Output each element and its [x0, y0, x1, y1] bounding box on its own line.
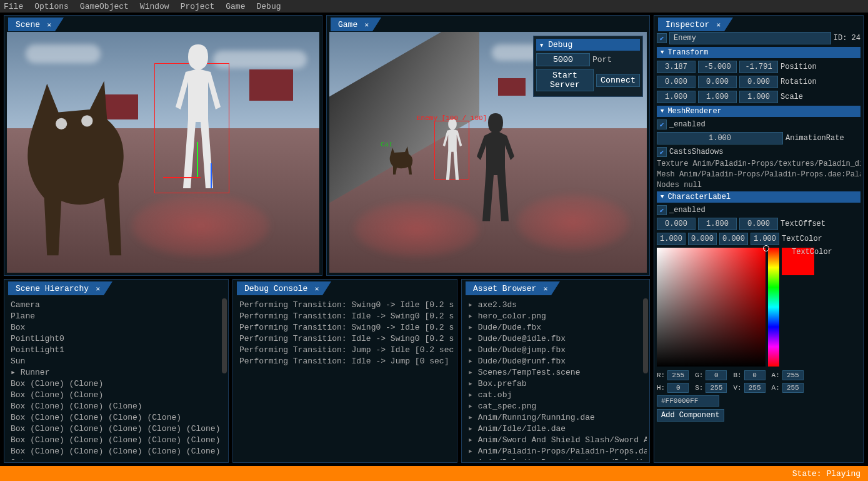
offset-y[interactable]	[698, 218, 737, 230]
tab-inspector[interactable]: Inspector ✕	[658, 18, 724, 31]
tab-hierarchy[interactable]: Scene Hierarchy ✕	[8, 281, 104, 295]
pos-z[interactable]	[739, 61, 778, 73]
list-item[interactable]: cat_spec.png	[468, 401, 643, 412]
list-item[interactable]: Camera	[11, 300, 222, 311]
list-item[interactable]: Anim/Idle/Idle.dae	[468, 423, 643, 435]
textcolor-a[interactable]	[751, 233, 779, 245]
list-item[interactable]: Box (Clone) (Clone)	[11, 390, 222, 401]
hue-slider[interactable]	[768, 248, 779, 367]
scrollbar[interactable]	[222, 298, 227, 373]
add-component-button[interactable]: Add Component	[657, 409, 724, 422]
close-icon[interactable]: ✕	[365, 21, 369, 29]
list-item[interactable]: Performing Transition: Idle -> Jump [0 s…	[239, 356, 451, 367]
rot-x[interactable]	[657, 76, 696, 88]
textcolor-g[interactable]	[688, 233, 717, 245]
list-item[interactable]: hero_color.png	[468, 311, 643, 322]
pos-x[interactable]	[657, 61, 696, 73]
color-g[interactable]	[706, 370, 727, 380]
list-item[interactable]: Box.prefab	[468, 378, 643, 390]
list-item[interactable]: Performing Transition: Swing0 -> Idle [0…	[239, 300, 451, 311]
connect-button[interactable]: Connect	[596, 74, 640, 87]
sv-field[interactable]	[657, 248, 766, 367]
textcolor-b[interactable]	[719, 233, 748, 245]
list-item[interactable]: Box (Clone) (Clone) (Clone)	[11, 401, 222, 412]
menu-window[interactable]: Window	[140, 2, 169, 11]
anim-rate-input[interactable]	[657, 132, 783, 144]
port-input[interactable]	[536, 53, 590, 66]
list-item[interactable]: Performing Transition: Idle -> Swing0 [0…	[239, 311, 451, 322]
list-item[interactable]: Dude/Dude@runf.fbx	[468, 356, 643, 367]
list-item[interactable]: PointLight0	[11, 333, 222, 345]
scrollbar[interactable]	[643, 298, 648, 373]
color-a2[interactable]	[782, 383, 804, 393]
color-b[interactable]	[744, 370, 766, 380]
list-item[interactable]: Dude/Dude@jump.fbx	[468, 345, 643, 356]
color-hex-input[interactable]	[657, 395, 719, 407]
list-item[interactable]: Box (Clone) (Clone) (Clone) (Clone) (Clo…	[11, 435, 222, 446]
scene-viewport[interactable]	[7, 32, 319, 273]
close-icon[interactable]: ✕	[96, 285, 100, 293]
rot-y[interactable]	[698, 76, 737, 88]
game-viewport[interactable]: Enemy [100 / 100] Cat ▼ Debug Port Start…	[329, 32, 647, 273]
characterlabel-header[interactable]: ▼CharacterLabel	[657, 191, 861, 203]
offset-z[interactable]	[739, 218, 778, 230]
list-item[interactable]: Box (Clone) (Clone) (Clone) (Clone)	[11, 412, 222, 423]
list-item[interactable]: Anim/Paladin-Props/textures/Paladin_di	[468, 457, 643, 460]
hierarchy-list[interactable]: CameraPlaneBoxPointLight0PointLight1Sun▸…	[7, 296, 226, 460]
list-item[interactable]: Performing Transition: Swing0 -> Idle [0…	[239, 322, 451, 333]
list-item[interactable]: Anim/Sword And Shield Slash/Sword And	[468, 435, 643, 446]
charlabel-enabled-checkbox[interactable]: ✔	[657, 205, 667, 215]
list-item[interactable]: Box (Clone) (Clone) (Clone) (Clone) (Clo…	[11, 423, 222, 435]
pos-y[interactable]	[698, 61, 737, 73]
object-name-input[interactable]	[669, 32, 831, 44]
scale-z[interactable]	[739, 91, 778, 103]
color-picker[interactable]	[657, 248, 792, 367]
list-item[interactable]: Performing Transition: Idle -> Swing0 [0…	[239, 333, 451, 345]
offset-x[interactable]	[657, 218, 696, 230]
list-item[interactable]: Anim/Paladin-Props/Paladin-Props.dae	[468, 446, 643, 457]
mesh-enabled-checkbox[interactable]: ✔	[657, 119, 667, 129]
menu-game[interactable]: Game	[226, 2, 245, 11]
meshrenderer-header[interactable]: ▼MeshRenderer	[657, 106, 861, 117]
menu-gameobject[interactable]: GameObject	[80, 2, 129, 11]
tab-game[interactable]: Game ✕	[331, 18, 372, 31]
color-s[interactable]	[706, 383, 727, 393]
list-item[interactable]: axe2.3ds	[468, 300, 643, 311]
list-item[interactable]: cat.obj	[468, 390, 643, 401]
list-item[interactable]: Dude/Dude.fbx	[468, 322, 643, 333]
textcolor-r[interactable]	[657, 233, 686, 245]
list-item[interactable]: PointLight1	[11, 345, 222, 356]
list-item[interactable]: Box	[11, 322, 222, 333]
list-item[interactable]: Plane	[11, 311, 222, 322]
close-icon[interactable]: ✕	[315, 285, 319, 293]
list-item[interactable]: Anim/Running/Running.dae	[468, 412, 643, 423]
transform-header[interactable]: ▼Transform	[657, 47, 861, 58]
color-v[interactable]	[744, 383, 766, 393]
scale-x[interactable]	[657, 91, 696, 103]
tab-assets[interactable]: Asset Browser ✕	[466, 281, 551, 295]
list-item[interactable]: Sun	[11, 356, 222, 367]
color-r[interactable]	[667, 370, 689, 380]
close-icon[interactable]: ✕	[47, 21, 51, 29]
menu-project[interactable]: Project	[181, 2, 215, 11]
tab-console[interactable]: Debug Console ✕	[237, 281, 322, 295]
list-item[interactable]: Dude/Dude@idle.fbx	[468, 333, 643, 345]
list-item[interactable]: Cat	[11, 457, 222, 460]
close-icon[interactable]: ✕	[717, 21, 721, 29]
menu-file[interactable]: File	[4, 2, 23, 11]
sv-cursor-icon[interactable]	[763, 245, 769, 251]
close-icon[interactable]: ✕	[544, 285, 548, 293]
start-server-button[interactable]: Start Server	[536, 69, 594, 91]
menu-debug[interactable]: Debug	[256, 2, 281, 11]
rot-z[interactable]	[739, 76, 778, 88]
console-list[interactable]: Performing Transition: Swing0 -> Idle [0…	[236, 296, 454, 460]
scale-y[interactable]	[698, 91, 737, 103]
casts-shadows-checkbox[interactable]: ✔	[657, 147, 667, 157]
list-item[interactable]: ▸ Runner	[11, 367, 222, 378]
color-a[interactable]	[782, 370, 804, 380]
debug-overlay-header[interactable]: ▼ Debug	[536, 39, 640, 51]
enabled-checkbox[interactable]: ✔	[657, 33, 667, 43]
list-item[interactable]: Performing Transition: Jump -> Idle [0.2…	[239, 345, 451, 356]
tab-scene[interactable]: Scene ✕	[8, 18, 55, 31]
list-item[interactable]: Box (Clone) (Clone) (Clone) (Clone) (Clo…	[11, 446, 222, 457]
